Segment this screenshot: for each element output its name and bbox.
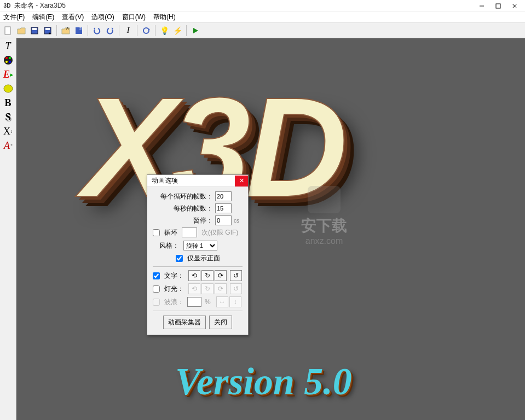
wave-row-label: 波浪： (164, 298, 184, 307)
reload-icon[interactable] (140, 25, 152, 37)
x-tool-icon[interactable]: X↕ (1, 125, 15, 138)
left-toolbar: T E▸ B S X↕ A⁺ (0, 38, 16, 420)
front-only-label: 仅显示正面 (187, 254, 220, 263)
light-reverse-icon: ↺ (230, 283, 242, 294)
menu-edit[interactable]: 编辑(E) (32, 13, 54, 22)
main-toolbar: ▸ A S I 💡 ⚡ (0, 23, 525, 38)
bulb-icon[interactable]: 💡 (158, 25, 170, 37)
svg-rect-4 (5, 27, 10, 34)
extrude-tool-icon[interactable]: E▸ (1, 68, 15, 81)
light-rotate-x-icon: ⟲ (188, 283, 200, 294)
fps-input[interactable] (215, 203, 232, 213)
font-tool-icon[interactable]: A⁺ (1, 139, 15, 152)
new-icon[interactable] (2, 25, 14, 37)
svg-point-19 (4, 85, 13, 92)
wave-v-icon: ↕ (229, 296, 241, 307)
loop-checkbox[interactable] (153, 229, 160, 236)
menu-file[interactable]: 文件(F) (3, 13, 25, 22)
bevel-tool-icon[interactable] (1, 82, 15, 95)
save-settings-icon[interactable]: S (73, 25, 85, 37)
light-row-label: 灯光： (164, 284, 184, 294)
light-rotate-y-icon: ↻ (201, 283, 214, 294)
svg-text:▸: ▸ (49, 31, 51, 35)
loop-times-label: 次(仅限 GIF) (201, 228, 238, 237)
menu-view[interactable]: 查看(V) (62, 13, 84, 22)
dialog-close-button[interactable]: ✕ (235, 176, 248, 186)
text-tool-icon[interactable]: T (1, 39, 15, 52)
frames-per-loop-label: 每个循环的帧数： (160, 192, 213, 201)
svg-point-13 (143, 28, 149, 33)
text-checkbox[interactable] (153, 272, 160, 279)
watermark-icon (308, 186, 341, 213)
svg-point-14 (4, 56, 13, 65)
collector-button[interactable]: 动画采集器 (163, 316, 206, 329)
window-title: 未命名 - Xara3D5 (14, 1, 66, 10)
wave-unit: % (205, 298, 211, 306)
svg-point-17 (9, 61, 11, 63)
loop-label: 循环 (164, 228, 177, 237)
undo-icon[interactable] (91, 25, 103, 37)
text-reverse-icon[interactable]: ↺ (230, 270, 242, 281)
text-row-label: 文字： (164, 271, 184, 281)
watermark-name: 安下载 (301, 215, 347, 236)
style-select[interactable]: 旋转 1 (183, 241, 217, 250)
front-only-checkbox[interactable] (176, 255, 183, 262)
svg-rect-6 (32, 28, 37, 30)
redo-icon[interactable] (104, 25, 116, 37)
wave-input (187, 297, 201, 307)
dialog-title[interactable]: 动画选项 ✕ (147, 175, 248, 187)
frames-per-loop-input[interactable] (215, 191, 232, 201)
light-checkbox[interactable] (153, 285, 160, 293)
open-icon[interactable] (15, 25, 27, 37)
menu-options[interactable]: 选项(O) (91, 13, 114, 22)
loop-times-input (182, 228, 197, 237)
canvas-3d-view[interactable]: X3D 安下载 anxz.com Version 5.0 动画选项 ✕ 每个循环… (16, 38, 525, 420)
svg-text:A: A (66, 26, 69, 30)
dialog-title-text: 动画选项 (152, 176, 178, 185)
version-text: Version 5.0 (175, 360, 352, 404)
svg-rect-8 (45, 28, 50, 30)
minimize-button[interactable] (474, 1, 490, 11)
bolt-icon[interactable]: ⚡ (171, 25, 183, 37)
pause-unit: cs (234, 218, 243, 224)
watermark-url: anxz.com (301, 236, 347, 246)
dialog-close-btn[interactable]: 关闭 (209, 316, 232, 329)
style-label: 风格： (159, 241, 179, 250)
app-icon: 3D (2, 1, 12, 11)
save-as-icon[interactable]: ▸ (42, 25, 54, 37)
svg-text:S: S (79, 27, 82, 30)
text-cursor-icon[interactable]: I (122, 25, 134, 37)
shadow-tool-icon[interactable]: S (1, 110, 15, 124)
svg-point-15 (5, 57, 8, 59)
svg-point-16 (9, 57, 11, 59)
maximize-button[interactable] (490, 1, 506, 11)
wave-checkbox (153, 299, 160, 306)
pause-input[interactable] (215, 215, 232, 225)
text-rotate-x-icon[interactable]: ⟲ (188, 270, 200, 281)
light-rotate-z-icon: ⟳ (215, 283, 227, 294)
text-rotate-z-icon[interactable]: ⟳ (215, 270, 227, 281)
titlebar: 3D 未命名 - Xara3D5 (0, 0, 525, 12)
menubar: 文件(F) 编辑(E) 查看(V) 选项(O) 窗口(W) 帮助(H) (0, 12, 525, 23)
svg-rect-1 (496, 4, 500, 8)
pause-label: 暂停： (193, 216, 213, 225)
bold-tool-icon[interactable]: B (1, 96, 15, 109)
animation-options-dialog: 动画选项 ✕ 每个循环的帧数： 每秒的帧数： 暂停： cs (147, 174, 249, 335)
save-icon[interactable] (28, 25, 41, 37)
play-icon[interactable] (189, 25, 201, 37)
watermark: 安下载 anxz.com (301, 186, 347, 246)
wave-h-icon: ↔ (216, 296, 228, 307)
text-rotate-y-icon[interactable]: ↻ (201, 270, 214, 281)
open-folder-icon[interactable]: A (60, 25, 72, 37)
svg-point-18 (5, 61, 8, 63)
close-button[interactable] (506, 1, 523, 11)
fps-label: 每秒的帧数： (174, 204, 213, 213)
color-tool-icon[interactable] (1, 54, 15, 67)
menu-window[interactable]: 窗口(W) (122, 13, 146, 22)
menu-help[interactable]: 帮助(H) (153, 13, 176, 22)
